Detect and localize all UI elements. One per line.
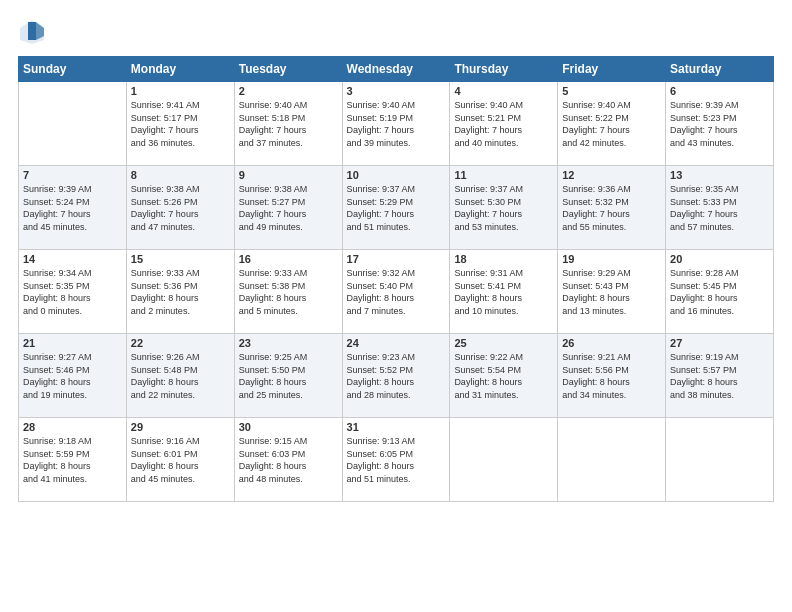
calendar-cell: 9Sunrise: 9:38 AM Sunset: 5:27 PM Daylig… bbox=[234, 166, 342, 250]
cell-info: Sunrise: 9:16 AM Sunset: 6:01 PM Dayligh… bbox=[131, 435, 230, 485]
day-number: 12 bbox=[562, 169, 661, 181]
day-number: 28 bbox=[23, 421, 122, 433]
calendar-week-row: 21Sunrise: 9:27 AM Sunset: 5:46 PM Dayli… bbox=[19, 334, 774, 418]
calendar-cell: 5Sunrise: 9:40 AM Sunset: 5:22 PM Daylig… bbox=[558, 82, 666, 166]
calendar-cell: 22Sunrise: 9:26 AM Sunset: 5:48 PM Dayli… bbox=[126, 334, 234, 418]
calendar-cell: 29Sunrise: 9:16 AM Sunset: 6:01 PM Dayli… bbox=[126, 418, 234, 502]
day-number: 31 bbox=[347, 421, 446, 433]
calendar-cell: 11Sunrise: 9:37 AM Sunset: 5:30 PM Dayli… bbox=[450, 166, 558, 250]
cell-info: Sunrise: 9:40 AM Sunset: 5:21 PM Dayligh… bbox=[454, 99, 553, 149]
cell-info: Sunrise: 9:19 AM Sunset: 5:57 PM Dayligh… bbox=[670, 351, 769, 401]
calendar-cell: 14Sunrise: 9:34 AM Sunset: 5:35 PM Dayli… bbox=[19, 250, 127, 334]
cell-info: Sunrise: 9:28 AM Sunset: 5:45 PM Dayligh… bbox=[670, 267, 769, 317]
calendar-cell: 27Sunrise: 9:19 AM Sunset: 5:57 PM Dayli… bbox=[666, 334, 774, 418]
cell-info: Sunrise: 9:38 AM Sunset: 5:26 PM Dayligh… bbox=[131, 183, 230, 233]
cell-info: Sunrise: 9:31 AM Sunset: 5:41 PM Dayligh… bbox=[454, 267, 553, 317]
day-number: 10 bbox=[347, 169, 446, 181]
calendar-cell: 17Sunrise: 9:32 AM Sunset: 5:40 PM Dayli… bbox=[342, 250, 450, 334]
cell-info: Sunrise: 9:37 AM Sunset: 5:29 PM Dayligh… bbox=[347, 183, 446, 233]
header bbox=[18, 18, 774, 46]
day-number: 3 bbox=[347, 85, 446, 97]
calendar-cell: 20Sunrise: 9:28 AM Sunset: 5:45 PM Dayli… bbox=[666, 250, 774, 334]
day-number: 14 bbox=[23, 253, 122, 265]
day-number: 13 bbox=[670, 169, 769, 181]
day-number: 11 bbox=[454, 169, 553, 181]
day-number: 26 bbox=[562, 337, 661, 349]
day-number: 5 bbox=[562, 85, 661, 97]
cell-info: Sunrise: 9:15 AM Sunset: 6:03 PM Dayligh… bbox=[239, 435, 338, 485]
cell-info: Sunrise: 9:37 AM Sunset: 5:30 PM Dayligh… bbox=[454, 183, 553, 233]
day-number: 23 bbox=[239, 337, 338, 349]
day-number: 1 bbox=[131, 85, 230, 97]
cell-info: Sunrise: 9:27 AM Sunset: 5:46 PM Dayligh… bbox=[23, 351, 122, 401]
day-number: 30 bbox=[239, 421, 338, 433]
calendar-cell: 25Sunrise: 9:22 AM Sunset: 5:54 PM Dayli… bbox=[450, 334, 558, 418]
logo bbox=[18, 18, 50, 46]
day-number: 24 bbox=[347, 337, 446, 349]
calendar-cell: 18Sunrise: 9:31 AM Sunset: 5:41 PM Dayli… bbox=[450, 250, 558, 334]
cell-info: Sunrise: 9:25 AM Sunset: 5:50 PM Dayligh… bbox=[239, 351, 338, 401]
weekday-friday: Friday bbox=[558, 57, 666, 82]
calendar-cell: 31Sunrise: 9:13 AM Sunset: 6:05 PM Dayli… bbox=[342, 418, 450, 502]
calendar-cell bbox=[450, 418, 558, 502]
calendar-cell: 8Sunrise: 9:38 AM Sunset: 5:26 PM Daylig… bbox=[126, 166, 234, 250]
logo-icon bbox=[18, 18, 46, 46]
day-number: 4 bbox=[454, 85, 553, 97]
calendar-cell: 4Sunrise: 9:40 AM Sunset: 5:21 PM Daylig… bbox=[450, 82, 558, 166]
day-number: 20 bbox=[670, 253, 769, 265]
cell-info: Sunrise: 9:34 AM Sunset: 5:35 PM Dayligh… bbox=[23, 267, 122, 317]
calendar-cell: 15Sunrise: 9:33 AM Sunset: 5:36 PM Dayli… bbox=[126, 250, 234, 334]
cell-info: Sunrise: 9:21 AM Sunset: 5:56 PM Dayligh… bbox=[562, 351, 661, 401]
day-number: 29 bbox=[131, 421, 230, 433]
cell-info: Sunrise: 9:26 AM Sunset: 5:48 PM Dayligh… bbox=[131, 351, 230, 401]
cell-info: Sunrise: 9:39 AM Sunset: 5:24 PM Dayligh… bbox=[23, 183, 122, 233]
calendar-cell: 10Sunrise: 9:37 AM Sunset: 5:29 PM Dayli… bbox=[342, 166, 450, 250]
day-number: 19 bbox=[562, 253, 661, 265]
cell-info: Sunrise: 9:23 AM Sunset: 5:52 PM Dayligh… bbox=[347, 351, 446, 401]
calendar-cell: 1Sunrise: 9:41 AM Sunset: 5:17 PM Daylig… bbox=[126, 82, 234, 166]
day-number: 25 bbox=[454, 337, 553, 349]
cell-info: Sunrise: 9:40 AM Sunset: 5:19 PM Dayligh… bbox=[347, 99, 446, 149]
calendar-cell: 16Sunrise: 9:33 AM Sunset: 5:38 PM Dayli… bbox=[234, 250, 342, 334]
weekday-sunday: Sunday bbox=[19, 57, 127, 82]
day-number: 7 bbox=[23, 169, 122, 181]
calendar-week-row: 14Sunrise: 9:34 AM Sunset: 5:35 PM Dayli… bbox=[19, 250, 774, 334]
cell-info: Sunrise: 9:36 AM Sunset: 5:32 PM Dayligh… bbox=[562, 183, 661, 233]
day-number: 6 bbox=[670, 85, 769, 97]
calendar-cell bbox=[19, 82, 127, 166]
day-number: 17 bbox=[347, 253, 446, 265]
cell-info: Sunrise: 9:18 AM Sunset: 5:59 PM Dayligh… bbox=[23, 435, 122, 485]
calendar-cell: 2Sunrise: 9:40 AM Sunset: 5:18 PM Daylig… bbox=[234, 82, 342, 166]
day-number: 22 bbox=[131, 337, 230, 349]
cell-info: Sunrise: 9:40 AM Sunset: 5:22 PM Dayligh… bbox=[562, 99, 661, 149]
calendar-cell: 28Sunrise: 9:18 AM Sunset: 5:59 PM Dayli… bbox=[19, 418, 127, 502]
page: SundayMondayTuesdayWednesdayThursdayFrid… bbox=[0, 0, 792, 612]
cell-info: Sunrise: 9:41 AM Sunset: 5:17 PM Dayligh… bbox=[131, 99, 230, 149]
svg-marker-2 bbox=[28, 22, 36, 40]
calendar-cell: 23Sunrise: 9:25 AM Sunset: 5:50 PM Dayli… bbox=[234, 334, 342, 418]
calendar-cell: 26Sunrise: 9:21 AM Sunset: 5:56 PM Dayli… bbox=[558, 334, 666, 418]
day-number: 27 bbox=[670, 337, 769, 349]
weekday-monday: Monday bbox=[126, 57, 234, 82]
day-number: 8 bbox=[131, 169, 230, 181]
cell-info: Sunrise: 9:33 AM Sunset: 5:38 PM Dayligh… bbox=[239, 267, 338, 317]
cell-info: Sunrise: 9:35 AM Sunset: 5:33 PM Dayligh… bbox=[670, 183, 769, 233]
calendar-cell: 21Sunrise: 9:27 AM Sunset: 5:46 PM Dayli… bbox=[19, 334, 127, 418]
calendar-table: SundayMondayTuesdayWednesdayThursdayFrid… bbox=[18, 56, 774, 502]
cell-info: Sunrise: 9:39 AM Sunset: 5:23 PM Dayligh… bbox=[670, 99, 769, 149]
cell-info: Sunrise: 9:33 AM Sunset: 5:36 PM Dayligh… bbox=[131, 267, 230, 317]
weekday-saturday: Saturday bbox=[666, 57, 774, 82]
cell-info: Sunrise: 9:22 AM Sunset: 5:54 PM Dayligh… bbox=[454, 351, 553, 401]
calendar-cell: 13Sunrise: 9:35 AM Sunset: 5:33 PM Dayli… bbox=[666, 166, 774, 250]
weekday-tuesday: Tuesday bbox=[234, 57, 342, 82]
weekday-header-row: SundayMondayTuesdayWednesdayThursdayFrid… bbox=[19, 57, 774, 82]
calendar-week-row: 1Sunrise: 9:41 AM Sunset: 5:17 PM Daylig… bbox=[19, 82, 774, 166]
day-number: 15 bbox=[131, 253, 230, 265]
calendar-cell: 30Sunrise: 9:15 AM Sunset: 6:03 PM Dayli… bbox=[234, 418, 342, 502]
calendar-cell bbox=[666, 418, 774, 502]
weekday-thursday: Thursday bbox=[450, 57, 558, 82]
cell-info: Sunrise: 9:40 AM Sunset: 5:18 PM Dayligh… bbox=[239, 99, 338, 149]
day-number: 21 bbox=[23, 337, 122, 349]
day-number: 2 bbox=[239, 85, 338, 97]
calendar-cell: 24Sunrise: 9:23 AM Sunset: 5:52 PM Dayli… bbox=[342, 334, 450, 418]
